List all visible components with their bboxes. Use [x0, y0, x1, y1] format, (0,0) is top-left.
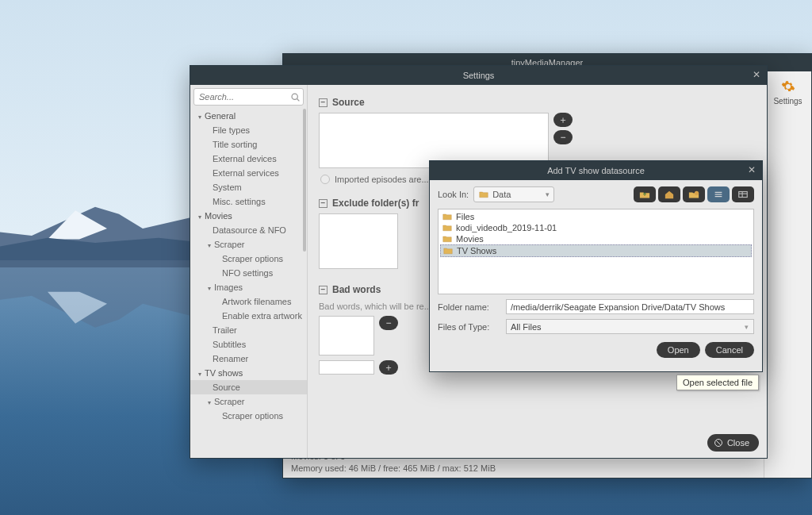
nav-tv-scraper[interactable]: Scraper: [190, 394, 307, 409]
up-folder-button[interactable]: [634, 186, 656, 202]
search-icon: [290, 91, 301, 102]
folder-name-label: Folder name:: [438, 302, 501, 312]
file-item-files[interactable]: Files: [440, 211, 752, 222]
lookin-value: Data: [492, 190, 511, 199]
nav-external-devices[interactable]: External devices: [190, 152, 307, 166]
file-item-kodi[interactable]: kodi_videodb_2019-11-01: [440, 222, 752, 233]
nav-trailer[interactable]: Trailer: [190, 323, 307, 337]
add-source-button[interactable]: ＋: [553, 113, 573, 127]
folder-name-input[interactable]: [506, 299, 754, 314]
new-folder-button[interactable]: [683, 186, 705, 202]
bad-word-input[interactable]: [319, 360, 374, 375]
open-button[interactable]: Open: [657, 342, 700, 358]
lookin-combo[interactable]: Data ▾: [473, 186, 554, 202]
svg-point-9: [695, 191, 699, 195]
settings-nav: General File types Title sorting Externa…: [190, 85, 308, 458]
status-memory: Memory used: 46 MiB / free: 465 MiB / ma…: [291, 463, 496, 475]
svg-point-5: [292, 94, 297, 99]
nav-system[interactable]: System: [190, 180, 307, 194]
chevron-down-icon: ▾: [546, 190, 550, 198]
chevron-down-icon: ▾: [745, 323, 749, 331]
folder-icon: [442, 224, 452, 232]
folder-icon: [443, 247, 453, 255]
nav-datasource-nfo[interactable]: Datasource & NFO: [190, 223, 307, 237]
dialog-titlebar: Add TV show datasource ✕: [430, 161, 762, 180]
nav-movies[interactable]: Movies: [190, 209, 307, 223]
collapse-icon[interactable]: −: [319, 98, 327, 107]
nav-file-types[interactable]: File types: [190, 123, 307, 137]
nav-general[interactable]: General: [190, 109, 307, 123]
files-of-type-label: Files of Type:: [438, 322, 501, 332]
section-source-head: − Source: [319, 93, 756, 113]
collapse-icon[interactable]: −: [319, 199, 327, 208]
file-item-tvshows[interactable]: TV Shows: [440, 244, 752, 257]
remove-badword-button[interactable]: −: [379, 316, 398, 330]
settings-title: Settings: [463, 71, 495, 80]
nav-scrollbar[interactable]: [303, 109, 306, 252]
file-list[interactable]: Files kodi_videodb_2019-11-01 Movies TV …: [438, 209, 754, 294]
settings-close-icon[interactable]: ✕: [751, 69, 762, 80]
dialog-title: Add TV show datasource: [547, 166, 645, 175]
dialog-close-icon[interactable]: ✕: [746, 164, 757, 175]
files-of-type-select[interactable]: All Files ▾: [506, 319, 754, 334]
lookin-label: Look In:: [438, 190, 469, 199]
tooltip: Open selected file: [676, 375, 759, 390]
nav-nfo-settings[interactable]: NFO settings: [190, 266, 307, 280]
nav-title-sorting[interactable]: Title sorting: [190, 137, 307, 152]
nav-enable-extra-artwork[interactable]: Enable extra artwork: [190, 309, 307, 323]
settings-shortcut-label: Settings: [773, 97, 802, 106]
nav-tv-shows[interactable]: TV shows: [190, 366, 307, 380]
checkbox-icon: [320, 175, 330, 184]
settings-titlebar: Settings ✕: [190, 66, 767, 85]
nav-subtitles[interactable]: Subtitles: [190, 337, 307, 352]
nav-scraper-options[interactable]: Scraper options: [190, 252, 307, 266]
gear-icon: [781, 79, 795, 94]
nav-misc[interactable]: Misc. settings: [190, 194, 307, 209]
folder-icon: [442, 235, 452, 243]
folder-icon: [479, 190, 488, 198]
add-datasource-dialog: Add TV show datasource ✕ Look In: Data ▾: [429, 160, 763, 372]
exclude-list[interactable]: [319, 213, 398, 269]
nav-tv-scraper-options[interactable]: Scraper options: [190, 409, 307, 423]
main-right-panel: Settings: [764, 71, 811, 478]
home-button[interactable]: [658, 186, 680, 202]
remove-source-button[interactable]: −: [553, 130, 573, 144]
details-view-button[interactable]: [732, 186, 754, 202]
bad-words-list[interactable]: [319, 316, 374, 356]
settings-search-input[interactable]: [193, 88, 304, 106]
cancel-button[interactable]: Cancel: [705, 342, 754, 358]
nav-source[interactable]: Source: [190, 380, 307, 394]
nav-external-services[interactable]: External services: [190, 166, 307, 180]
collapse-icon[interactable]: −: [319, 286, 327, 294]
folder-icon: [442, 213, 452, 221]
svg-line-6: [297, 99, 300, 102]
nav-artwork-filenames[interactable]: Artwork filenames: [190, 294, 307, 309]
list-view-button[interactable]: [707, 186, 730, 202]
add-badword-button[interactable]: ＋: [379, 360, 398, 375]
svg-rect-13: [739, 192, 748, 198]
settings-close-button[interactable]: Close: [707, 434, 759, 452]
nav-scraper[interactable]: Scraper: [190, 237, 307, 252]
nav-images[interactable]: Images: [190, 280, 307, 294]
nav-renamer[interactable]: Renamer: [190, 352, 307, 366]
svg-line-8: [716, 441, 720, 445]
settings-shortcut[interactable]: Settings: [764, 71, 811, 113]
file-item-movies[interactable]: Movies: [440, 233, 752, 244]
